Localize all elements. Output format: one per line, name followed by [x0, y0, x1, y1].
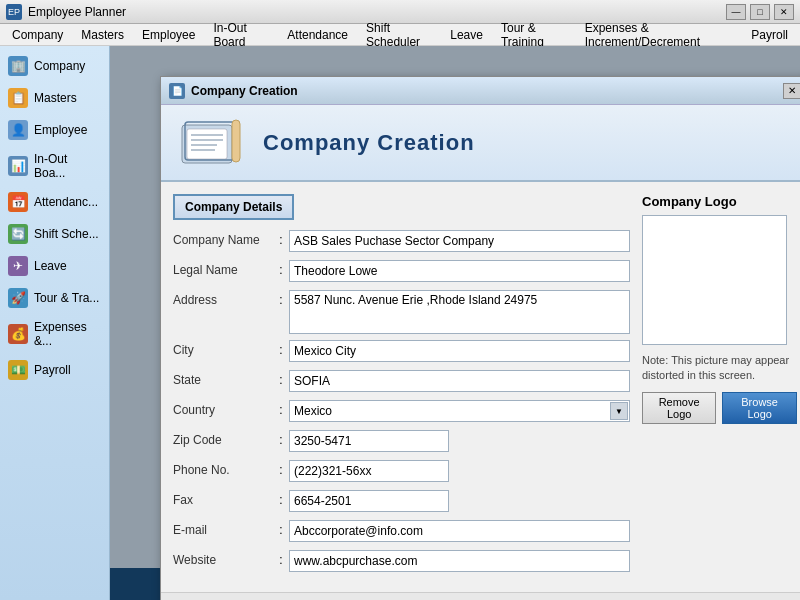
- fax-input[interactable]: [289, 490, 449, 512]
- masters-icon: 📋: [8, 88, 28, 108]
- address-row: Address : 5587 Nunc. Avenue Erie ,Rhode …: [173, 290, 630, 334]
- country-select[interactable]: Mexico USA Canada UK: [289, 400, 630, 422]
- app-icon: EP: [6, 4, 22, 20]
- form-section: Company Details Company Name : Legal Nam…: [173, 194, 630, 580]
- logo-note: Note: This picture may appear distorted …: [642, 353, 797, 384]
- fax-row: Fax :: [173, 490, 630, 514]
- app-title: Employee Planner: [28, 5, 126, 19]
- address-input[interactable]: 5587 Nunc. Avenue Erie ,Rhode Island 249…: [289, 290, 630, 334]
- logo-section-title: Company Logo: [642, 194, 797, 209]
- sidebar-item-masters[interactable]: 📋 Masters: [0, 82, 109, 114]
- sidebar-item-leave[interactable]: ✈ Leave: [0, 250, 109, 282]
- website-label: Website: [173, 550, 273, 567]
- country-label: Country: [173, 400, 273, 417]
- menu-attendance[interactable]: Attendance: [279, 26, 356, 44]
- dialog-close-button[interactable]: ✕: [783, 83, 800, 99]
- menu-masters[interactable]: Masters: [73, 26, 132, 44]
- sidebar: 🏢 Company 📋 Masters 👤 Employee 📊 In-Out …: [0, 46, 110, 600]
- sidebar-label-payroll: Payroll: [34, 363, 71, 377]
- fax-colon: :: [273, 490, 289, 507]
- content-area: 📄 Company Creation ✕: [110, 46, 800, 600]
- zip-label: Zip Code: [173, 430, 273, 447]
- website-row: Website :: [173, 550, 630, 574]
- sidebar-label-attendance: Attendanc...: [34, 195, 98, 209]
- phone-label: Phone No.: [173, 460, 273, 477]
- title-bar-left: EP Employee Planner: [6, 4, 126, 20]
- sidebar-item-expenses[interactable]: 💰 Expenses &...: [0, 314, 109, 354]
- menu-payroll[interactable]: Payroll: [743, 26, 796, 44]
- sidebar-item-inout[interactable]: 📊 In-Out Boa...: [0, 146, 109, 186]
- remove-logo-button[interactable]: Remove Logo: [642, 392, 716, 424]
- company-name-row: Company Name :: [173, 230, 630, 254]
- zip-row: Zip Code :: [173, 430, 630, 454]
- menu-employee[interactable]: Employee: [134, 26, 203, 44]
- minimize-button[interactable]: —: [726, 4, 746, 20]
- sidebar-label-masters: Masters: [34, 91, 77, 105]
- browse-logo-button[interactable]: Browse Logo: [722, 392, 797, 424]
- company-icon: 🏢: [8, 56, 28, 76]
- menu-leave[interactable]: Leave: [442, 26, 491, 44]
- company-name-input[interactable]: [289, 230, 630, 252]
- attendance-icon: 📅: [8, 192, 28, 212]
- website-input[interactable]: [289, 550, 630, 572]
- sidebar-label-inout: In-Out Boa...: [34, 152, 101, 180]
- company-name-label: Company Name: [173, 230, 273, 247]
- maximize-button[interactable]: □: [750, 4, 770, 20]
- dialog-title-bar: 📄 Company Creation ✕: [161, 77, 800, 105]
- legal-name-input[interactable]: [289, 260, 630, 282]
- shift-icon: 🔄: [8, 224, 28, 244]
- sidebar-item-tour[interactable]: 🚀 Tour & Tra...: [0, 282, 109, 314]
- main-layout: 🏢 Company 📋 Masters 👤 Employee 📊 In-Out …: [0, 46, 800, 600]
- inout-icon: 📊: [8, 156, 28, 176]
- svg-rect-1: [187, 129, 227, 159]
- state-input[interactable]: [289, 370, 630, 392]
- sidebar-label-tour: Tour & Tra...: [34, 291, 99, 305]
- sidebar-label-expenses: Expenses &...: [34, 320, 101, 348]
- dialog-title-left: 📄 Company Creation: [169, 83, 298, 99]
- sidebar-label-leave: Leave: [34, 259, 67, 273]
- close-button[interactable]: ✕: [774, 4, 794, 20]
- sidebar-label-company: Company: [34, 59, 85, 73]
- phone-row: Phone No. :: [173, 460, 630, 484]
- section-header: Company Details: [173, 194, 294, 220]
- dialog-title-text: Company Creation: [191, 84, 298, 98]
- country-row: Country : Mexico USA Canada UK ▼: [173, 400, 630, 424]
- sidebar-item-attendance[interactable]: 📅 Attendanc...: [0, 186, 109, 218]
- legal-name-colon: :: [273, 260, 289, 277]
- company-name-colon: :: [273, 230, 289, 247]
- phone-colon: :: [273, 460, 289, 477]
- sidebar-label-employee: Employee: [34, 123, 87, 137]
- logo-buttons: Remove Logo Browse Logo: [642, 392, 797, 424]
- fax-label: Fax: [173, 490, 273, 507]
- payroll-icon: 💵: [8, 360, 28, 380]
- dialog-icon: 📄: [169, 83, 185, 99]
- address-label: Address: [173, 290, 273, 307]
- country-colon: :: [273, 400, 289, 417]
- sidebar-item-employee[interactable]: 👤 Employee: [0, 114, 109, 146]
- sidebar-label-shift: Shift Sche...: [34, 227, 99, 241]
- sidebar-item-shift[interactable]: 🔄 Shift Sche...: [0, 218, 109, 250]
- phone-input[interactable]: [289, 460, 449, 482]
- logo-section: Company Logo Note: This picture may appe…: [642, 194, 797, 580]
- city-colon: :: [273, 340, 289, 357]
- email-input[interactable]: [289, 520, 630, 542]
- dialog-header: Company Creation: [161, 105, 800, 182]
- email-colon: :: [273, 520, 289, 537]
- zip-colon: :: [273, 430, 289, 447]
- title-bar-controls: — □ ✕: [726, 4, 794, 20]
- company-creation-dialog: 📄 Company Creation ✕: [160, 76, 800, 600]
- dialog-main-title: Company Creation: [263, 130, 475, 156]
- city-row: City :: [173, 340, 630, 364]
- menu-bar: Company Masters Employee In-Out Board At…: [0, 24, 800, 46]
- state-colon: :: [273, 370, 289, 387]
- menu-company[interactable]: Company: [4, 26, 71, 44]
- email-label: E-mail: [173, 520, 273, 537]
- tour-icon: 🚀: [8, 288, 28, 308]
- sidebar-item-company[interactable]: 🏢 Company: [0, 50, 109, 82]
- address-colon: :: [273, 290, 289, 307]
- dialog-header-image: [177, 115, 247, 170]
- city-input[interactable]: [289, 340, 630, 362]
- dialog-footer: ? Back Next Save Cancel: [161, 592, 800, 600]
- zip-input[interactable]: [289, 430, 449, 452]
- sidebar-item-payroll[interactable]: 💵 Payroll: [0, 354, 109, 386]
